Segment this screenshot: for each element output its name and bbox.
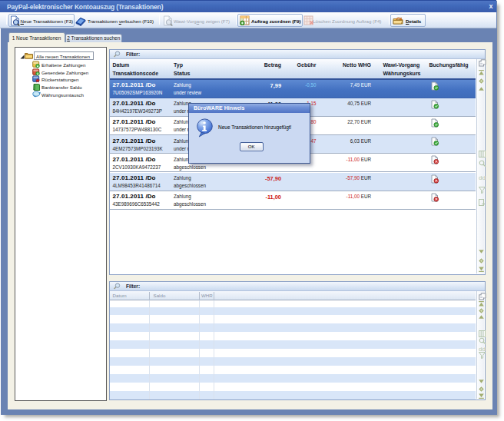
svg-text:dd: dd [479, 346, 486, 353]
svg-text:dd: dd [479, 174, 486, 181]
